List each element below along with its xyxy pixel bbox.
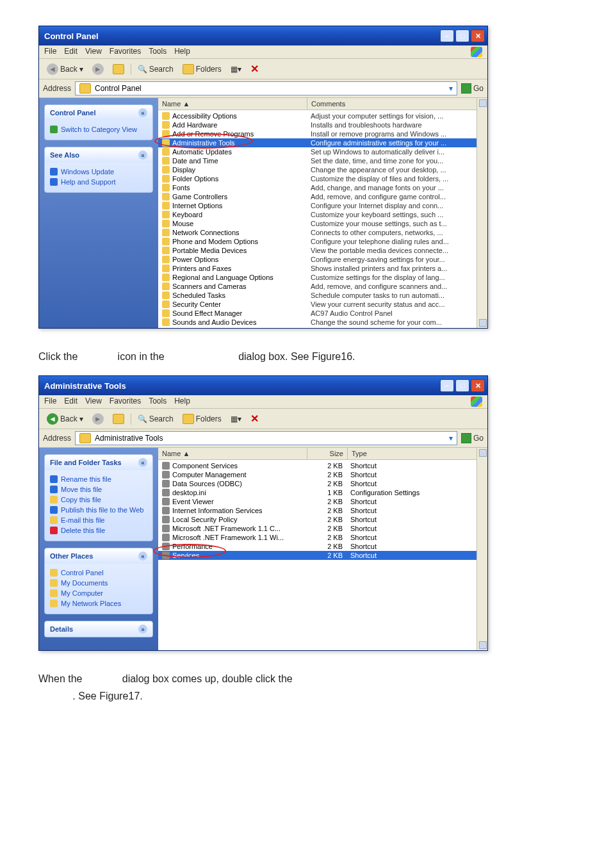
list-item[interactable]: Component Services2 KBShortcut bbox=[158, 461, 487, 470]
list-item[interactable]: desktop.ini1 KBConfiguration Settings bbox=[158, 488, 487, 497]
list-item[interactable]: Services2 KBShortcut bbox=[158, 551, 487, 560]
task-link[interactable]: E-mail this file bbox=[50, 515, 147, 525]
menu-help[interactable]: Help bbox=[174, 397, 190, 407]
place-link[interactable]: Control Panel bbox=[50, 568, 147, 578]
address-field[interactable]: Control Panel ▾ bbox=[75, 81, 457, 95]
list-item[interactable]: Folder OptionsCustomize the display of f… bbox=[158, 174, 487, 183]
list-item[interactable]: Performance2 KBShortcut bbox=[158, 542, 487, 551]
windows-update-link[interactable]: Windows Update bbox=[50, 167, 147, 177]
search-button[interactable]: 🔍 Search bbox=[135, 63, 176, 75]
scrollbar[interactable] bbox=[477, 98, 487, 328]
list-item[interactable]: Microsoft .NET Framework 1.1 Wi...2 KBSh… bbox=[158, 533, 487, 542]
minimize-button[interactable]: – bbox=[440, 29, 454, 42]
up-button[interactable] bbox=[110, 63, 127, 76]
address-field[interactable]: Administrative Tools ▾ bbox=[75, 431, 457, 445]
task-link[interactable]: Rename this file bbox=[50, 474, 147, 484]
list-item[interactable]: Add or Remove ProgramsInstall or remove … bbox=[158, 129, 487, 138]
minimize-button[interactable]: – bbox=[440, 379, 454, 392]
task-link[interactable]: Publish this file to the Web bbox=[50, 505, 147, 515]
close-button[interactable]: ✕ bbox=[471, 29, 485, 42]
list-item[interactable]: MouseCustomize your mouse settings, such… bbox=[158, 219, 487, 228]
list-item[interactable]: Date and TimeSet the date, time, and tim… bbox=[158, 156, 487, 165]
list-item[interactable]: FontsAdd, change, and manage fonts on yo… bbox=[158, 183, 487, 192]
menu-file[interactable]: File bbox=[44, 47, 56, 57]
place-link[interactable]: My Computer bbox=[50, 588, 147, 598]
task-link[interactable]: Copy this file bbox=[50, 495, 147, 505]
list-item[interactable]: Power OptionsConfigure energy-saving set… bbox=[158, 255, 487, 264]
delete-button[interactable]: ✕ bbox=[248, 61, 261, 76]
list-item[interactable]: Game ControllersAdd, remove, and configu… bbox=[158, 192, 487, 201]
list-item[interactable]: Security CenterView your current securit… bbox=[158, 300, 487, 309]
views-button[interactable]: ▦▾ bbox=[228, 63, 244, 75]
control-panel-header[interactable]: Control Panel« bbox=[45, 105, 152, 120]
col-comments[interactable]: Comments bbox=[307, 98, 487, 110]
list-item[interactable]: Internet OptionsConfigure your Internet … bbox=[158, 201, 487, 210]
title-bar[interactable]: Control Panel – □ ✕ bbox=[39, 26, 487, 45]
list-item[interactable]: DisplayChange the appearance of your des… bbox=[158, 165, 487, 174]
collapse-icon[interactable]: « bbox=[138, 552, 147, 561]
list-item[interactable]: Scanners and CamerasAdd, remove, and con… bbox=[158, 282, 487, 291]
menu-favorites[interactable]: Favorites bbox=[110, 397, 141, 407]
see-also-header[interactable]: See Also« bbox=[45, 147, 152, 163]
list-item[interactable]: Computer Management2 KBShortcut bbox=[158, 470, 487, 479]
col-type[interactable]: Type bbox=[348, 448, 487, 459]
task-link[interactable]: Move this file bbox=[50, 484, 147, 495]
collapse-icon[interactable]: « bbox=[138, 151, 147, 160]
back-button[interactable]: ◄Back ▾ bbox=[44, 412, 86, 426]
address-dropdown-icon[interactable]: ▾ bbox=[449, 434, 453, 443]
folders-button[interactable]: Folders bbox=[180, 63, 224, 76]
forward-button[interactable]: ► bbox=[90, 412, 106, 426]
list-item[interactable]: Sounds and Audio DevicesChange the sound… bbox=[158, 318, 487, 327]
close-button[interactable]: ✕ bbox=[471, 379, 485, 392]
switch-category-view[interactable]: Switch to Category View bbox=[50, 124, 147, 135]
list-item[interactable]: Automatic UpdatesSet up Windows to autom… bbox=[158, 147, 487, 156]
folders-button[interactable]: Folders bbox=[180, 413, 224, 425]
list-item[interactable]: Network ConnectionsConnects to other com… bbox=[158, 228, 487, 237]
maximize-button[interactable]: □ bbox=[455, 29, 469, 42]
col-size[interactable]: Size bbox=[307, 448, 348, 459]
menu-tools[interactable]: Tools bbox=[149, 47, 167, 57]
list-item[interactable]: Sound Effect ManagerAC97 Audio Control P… bbox=[158, 309, 487, 318]
list-item[interactable]: Event Viewer2 KBShortcut bbox=[158, 497, 487, 506]
menu-file[interactable]: File bbox=[44, 397, 56, 407]
list-item[interactable]: Regional and Language OptionsCustomize s… bbox=[158, 273, 487, 282]
list-item[interactable]: Portable Media DevicesView the portable … bbox=[158, 246, 487, 255]
places-header[interactable]: Other Places« bbox=[45, 548, 152, 564]
task-link[interactable]: Delete this file bbox=[50, 525, 147, 536]
list-item[interactable]: Printers and FaxesShows installed printe… bbox=[158, 264, 487, 273]
menu-favorites[interactable]: Favorites bbox=[110, 47, 141, 57]
up-button[interactable] bbox=[110, 413, 127, 425]
title-bar[interactable]: Administrative Tools – □ ✕ bbox=[39, 376, 487, 395]
list-item[interactable]: Scheduled TasksSchedule computer tasks t… bbox=[158, 291, 487, 300]
scrollbar[interactable] bbox=[477, 448, 487, 650]
details-header[interactable]: Details» bbox=[45, 621, 152, 637]
search-button[interactable]: 🔍 Search bbox=[135, 413, 176, 425]
list-item[interactable]: Administrative ToolsConfigure administra… bbox=[158, 138, 487, 147]
menu-edit[interactable]: Edit bbox=[64, 397, 77, 407]
menu-help[interactable]: Help bbox=[174, 47, 190, 57]
address-dropdown-icon[interactable]: ▾ bbox=[449, 84, 453, 93]
menu-view[interactable]: View bbox=[85, 397, 102, 407]
list-item[interactable]: Internet Information Services2 KBShortcu… bbox=[158, 506, 487, 515]
list-item[interactable]: KeyboardCustomize your keyboard settings… bbox=[158, 210, 487, 219]
place-link[interactable]: My Documents bbox=[50, 578, 147, 588]
go-button[interactable]: Go bbox=[461, 83, 484, 94]
go-button[interactable]: Go bbox=[461, 433, 484, 443]
expand-icon[interactable]: » bbox=[138, 625, 147, 634]
col-name[interactable]: Name ▲ bbox=[158, 448, 307, 459]
menu-tools[interactable]: Tools bbox=[149, 397, 167, 407]
list-item[interactable]: Accessibility OptionsAdjust your compute… bbox=[158, 111, 487, 120]
tasks-header[interactable]: File and Folder Tasks« bbox=[45, 455, 152, 470]
collapse-icon[interactable]: « bbox=[138, 108, 147, 117]
list-item[interactable]: Phone and Modem OptionsConfigure your te… bbox=[158, 237, 487, 246]
col-name[interactable]: Name ▲ bbox=[158, 98, 307, 110]
place-link[interactable]: My Network Places bbox=[50, 598, 147, 609]
forward-button[interactable]: ► bbox=[90, 62, 106, 76]
back-button[interactable]: ◄Back ▾ bbox=[44, 62, 86, 76]
maximize-button[interactable]: □ bbox=[455, 379, 469, 392]
menu-edit[interactable]: Edit bbox=[64, 47, 77, 57]
menu-view[interactable]: View bbox=[85, 47, 102, 57]
views-button[interactable]: ▦▾ bbox=[228, 413, 244, 425]
list-item[interactable]: Data Sources (ODBC)2 KBShortcut bbox=[158, 479, 487, 488]
list-item[interactable]: Local Security Policy2 KBShortcut bbox=[158, 515, 487, 524]
